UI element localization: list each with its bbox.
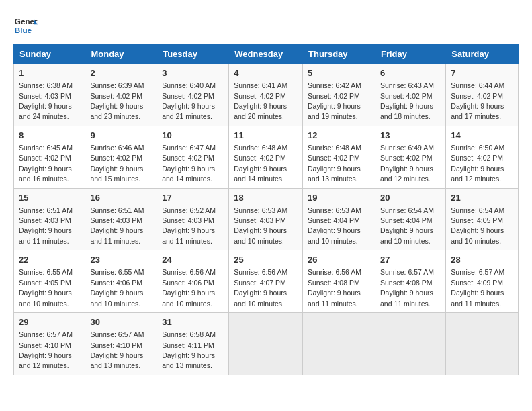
calendar-day-26: 26Sunrise: 6:56 AMSunset: 4:08 PMDayligh… — [303, 250, 375, 313]
calendar-day-29: 29Sunrise: 6:57 AMSunset: 4:10 PMDayligh… — [14, 313, 85, 375]
day-number: 15 — [19, 192, 80, 204]
day-number: 11 — [234, 130, 298, 142]
col-header-wednesday: Wednesday — [229, 45, 303, 64]
day-number: 10 — [162, 130, 224, 142]
day-number: 9 — [90, 130, 152, 142]
day-detail: Sunrise: 6:48 AMSunset: 4:02 PMDaylight:… — [308, 144, 361, 183]
day-number: 25 — [234, 254, 298, 266]
calendar-day-14: 14Sunrise: 6:50 AMSunset: 4:02 PMDayligh… — [446, 126, 519, 188]
day-detail: Sunrise: 6:53 AMSunset: 4:03 PMDaylight:… — [234, 206, 287, 245]
calendar-day-16: 16Sunrise: 6:51 AMSunset: 4:03 PMDayligh… — [85, 188, 157, 250]
calendar-day-7: 7Sunrise: 6:44 AMSunset: 4:02 PMDaylight… — [446, 64, 519, 126]
day-number: 18 — [234, 192, 298, 204]
col-header-tuesday: Tuesday — [157, 45, 229, 64]
calendar-day-28: 28Sunrise: 6:57 AMSunset: 4:09 PMDayligh… — [446, 250, 519, 313]
calendar-empty — [375, 313, 445, 375]
col-header-friday: Friday — [375, 45, 445, 64]
calendar-day-17: 17Sunrise: 6:52 AMSunset: 4:03 PMDayligh… — [157, 188, 229, 250]
calendar-day-19: 19Sunrise: 6:53 AMSunset: 4:04 PMDayligh… — [303, 188, 375, 250]
col-header-sunday: Sunday — [14, 45, 85, 64]
day-detail: Sunrise: 6:41 AMSunset: 4:02 PMDaylight:… — [234, 81, 287, 120]
day-number: 23 — [90, 254, 152, 266]
calendar-day-22: 22Sunrise: 6:55 AMSunset: 4:05 PMDayligh… — [14, 250, 85, 313]
calendar-day-18: 18Sunrise: 6:53 AMSunset: 4:03 PMDayligh… — [229, 188, 303, 250]
day-number: 28 — [451, 254, 513, 266]
day-detail: Sunrise: 6:53 AMSunset: 4:04 PMDaylight:… — [308, 206, 361, 245]
day-number: 14 — [451, 130, 513, 142]
calendar-day-21: 21Sunrise: 6:54 AMSunset: 4:05 PMDayligh… — [446, 188, 519, 250]
svg-text:Blue: Blue — [15, 26, 32, 34]
day-detail: Sunrise: 6:57 AMSunset: 4:08 PMDaylight:… — [380, 268, 434, 307]
day-detail: Sunrise: 6:54 AMSunset: 4:04 PMDaylight:… — [380, 206, 434, 245]
day-detail: Sunrise: 6:47 AMSunset: 4:02 PMDaylight:… — [162, 144, 216, 183]
day-number: 20 — [380, 192, 441, 204]
day-detail: Sunrise: 6:54 AMSunset: 4:05 PMDaylight:… — [451, 206, 504, 245]
day-number: 27 — [380, 254, 441, 266]
calendar-empty — [303, 313, 375, 375]
day-number: 2 — [90, 67, 152, 79]
calendar-day-15: 15Sunrise: 6:51 AMSunset: 4:03 PMDayligh… — [14, 188, 85, 250]
day-detail: Sunrise: 6:57 AMSunset: 4:10 PMDaylight:… — [19, 330, 73, 369]
calendar-header-row: SundayMondayTuesdayWednesdayThursdayFrid… — [14, 45, 519, 64]
day-detail: Sunrise: 6:45 AMSunset: 4:02 PMDaylight:… — [19, 144, 73, 183]
day-detail: Sunrise: 6:55 AMSunset: 4:06 PMDaylight:… — [90, 268, 144, 307]
day-number: 22 — [19, 254, 80, 266]
col-header-saturday: Saturday — [446, 45, 519, 64]
logo-icon: General Blue — [13, 13, 38, 38]
day-detail: Sunrise: 6:56 AMSunset: 4:08 PMDaylight:… — [308, 268, 361, 307]
calendar-week-1: 1Sunrise: 6:38 AMSunset: 4:03 PMDaylight… — [14, 64, 519, 126]
day-detail: Sunrise: 6:48 AMSunset: 4:02 PMDaylight:… — [234, 144, 287, 183]
day-detail: Sunrise: 6:46 AMSunset: 4:02 PMDaylight:… — [90, 144, 144, 183]
day-number: 7 — [451, 67, 513, 79]
calendar-body: 1Sunrise: 6:38 AMSunset: 4:03 PMDaylight… — [14, 64, 519, 375]
calendar-day-9: 9Sunrise: 6:46 AMSunset: 4:02 PMDaylight… — [85, 126, 157, 188]
calendar-empty — [446, 313, 519, 375]
day-number: 30 — [90, 316, 152, 328]
calendar-week-5: 29Sunrise: 6:57 AMSunset: 4:10 PMDayligh… — [14, 313, 519, 375]
day-detail: Sunrise: 6:56 AMSunset: 4:06 PMDaylight:… — [162, 268, 216, 307]
calendar-week-2: 8Sunrise: 6:45 AMSunset: 4:02 PMDaylight… — [14, 126, 519, 188]
day-detail: Sunrise: 6:50 AMSunset: 4:02 PMDaylight:… — [451, 144, 504, 183]
calendar-day-12: 12Sunrise: 6:48 AMSunset: 4:02 PMDayligh… — [303, 126, 375, 188]
calendar-day-25: 25Sunrise: 6:56 AMSunset: 4:07 PMDayligh… — [229, 250, 303, 313]
calendar-table: SundayMondayTuesdayWednesdayThursdayFrid… — [13, 44, 519, 375]
day-detail: Sunrise: 6:55 AMSunset: 4:05 PMDaylight:… — [19, 268, 73, 307]
calendar-day-27: 27Sunrise: 6:57 AMSunset: 4:08 PMDayligh… — [375, 250, 445, 313]
calendar-empty — [229, 313, 303, 375]
calendar-day-24: 24Sunrise: 6:56 AMSunset: 4:06 PMDayligh… — [157, 250, 229, 313]
day-number: 19 — [308, 192, 370, 204]
calendar-day-1: 1Sunrise: 6:38 AMSunset: 4:03 PMDaylight… — [14, 64, 85, 126]
calendar-day-20: 20Sunrise: 6:54 AMSunset: 4:04 PMDayligh… — [375, 188, 445, 250]
calendar-day-8: 8Sunrise: 6:45 AMSunset: 4:02 PMDaylight… — [14, 126, 85, 188]
calendar-day-2: 2Sunrise: 6:39 AMSunset: 4:02 PMDaylight… — [85, 64, 157, 126]
day-number: 5 — [308, 67, 370, 79]
day-detail: Sunrise: 6:49 AMSunset: 4:02 PMDaylight:… — [380, 144, 434, 183]
day-number: 24 — [162, 254, 224, 266]
day-number: 8 — [19, 130, 80, 142]
day-detail: Sunrise: 6:40 AMSunset: 4:02 PMDaylight:… — [162, 81, 216, 120]
day-detail: Sunrise: 6:58 AMSunset: 4:11 PMDaylight:… — [162, 330, 216, 369]
calendar-week-3: 15Sunrise: 6:51 AMSunset: 4:03 PMDayligh… — [14, 188, 519, 250]
day-number: 13 — [380, 130, 441, 142]
day-detail: Sunrise: 6:57 AMSunset: 4:10 PMDaylight:… — [90, 330, 144, 369]
day-detail: Sunrise: 6:42 AMSunset: 4:02 PMDaylight:… — [308, 81, 361, 120]
day-detail: Sunrise: 6:43 AMSunset: 4:02 PMDaylight:… — [380, 81, 434, 120]
calendar-day-31: 31Sunrise: 6:58 AMSunset: 4:11 PMDayligh… — [157, 313, 229, 375]
day-number: 26 — [308, 254, 370, 266]
calendar-day-4: 4Sunrise: 6:41 AMSunset: 4:02 PMDaylight… — [229, 64, 303, 126]
page-header: General Blue — [13, 13, 519, 38]
day-detail: Sunrise: 6:52 AMSunset: 4:03 PMDaylight:… — [162, 206, 216, 245]
day-number: 31 — [162, 316, 224, 328]
day-detail: Sunrise: 6:56 AMSunset: 4:07 PMDaylight:… — [234, 268, 287, 307]
col-header-monday: Monday — [85, 45, 157, 64]
day-detail: Sunrise: 6:51 AMSunset: 4:03 PMDaylight:… — [19, 206, 73, 245]
day-number: 17 — [162, 192, 224, 204]
logo: General Blue — [13, 13, 38, 38]
day-number: 4 — [234, 67, 298, 79]
day-detail: Sunrise: 6:38 AMSunset: 4:03 PMDaylight:… — [19, 81, 73, 120]
day-detail: Sunrise: 6:39 AMSunset: 4:02 PMDaylight:… — [90, 81, 144, 120]
day-number: 12 — [308, 130, 370, 142]
calendar-week-4: 22Sunrise: 6:55 AMSunset: 4:05 PMDayligh… — [14, 250, 519, 313]
col-header-thursday: Thursday — [303, 45, 375, 64]
day-number: 3 — [162, 67, 224, 79]
